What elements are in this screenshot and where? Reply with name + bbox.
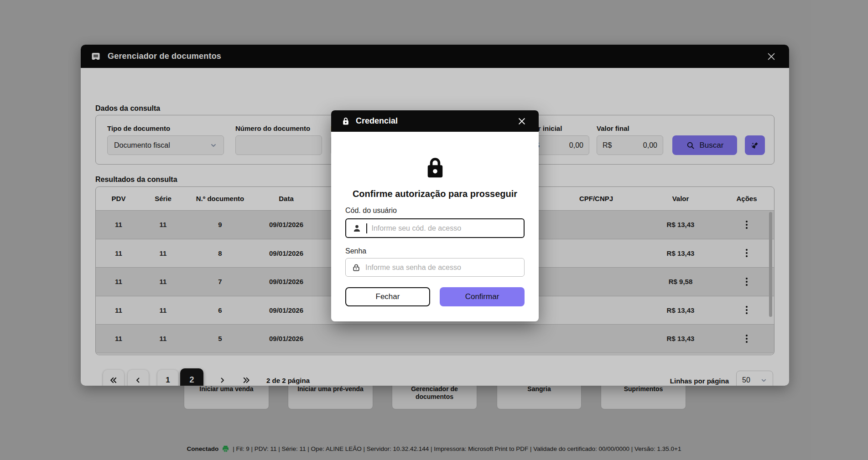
text-caret [366, 223, 367, 233]
senha-field [345, 258, 525, 277]
lock-outline-icon [352, 263, 361, 272]
modal-close-icon[interactable] [517, 117, 526, 126]
person-icon [352, 223, 362, 233]
senha-input[interactable] [365, 264, 518, 272]
confirmar-button[interactable]: Confirmar [440, 287, 525, 306]
senha-label: Senha [345, 247, 366, 255]
big-lock-icon [331, 156, 539, 180]
modal-heading: Confirme autorização para prosseguir [331, 189, 539, 199]
credential-modal-body: Confirme autorização para prosseguir Cód… [331, 132, 539, 321]
fechar-button[interactable]: Fechar [345, 287, 430, 306]
user-code-field [345, 218, 525, 238]
lock-icon [341, 117, 350, 126]
credential-modal-header: Credencial [331, 110, 539, 132]
user-code-input[interactable] [372, 224, 518, 233]
user-code-label: Cód. do usuário [345, 207, 397, 215]
credential-modal: Credencial Confirme autorização para pro… [331, 110, 539, 321]
screen: Gerenciador de documentos Dados da consu… [0, 0, 868, 460]
credential-modal-title: Credencial [356, 116, 398, 126]
